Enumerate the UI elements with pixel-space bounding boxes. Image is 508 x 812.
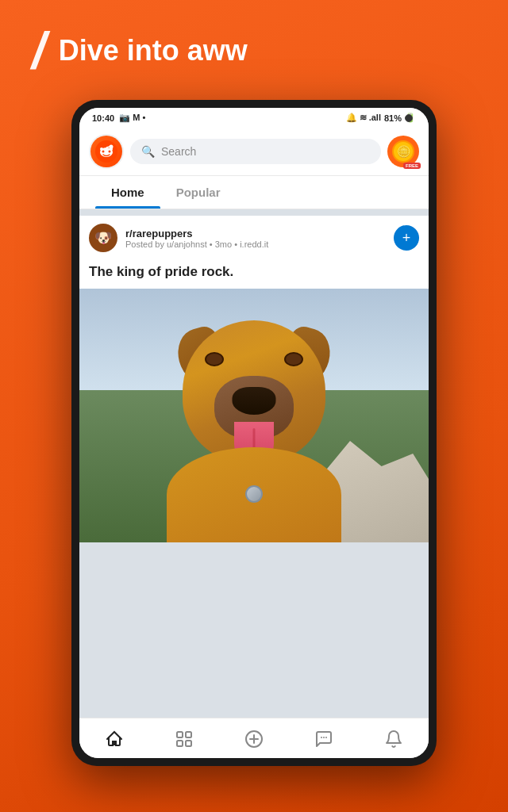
dog-body: [143, 304, 365, 542]
nav-communities[interactable]: [165, 726, 203, 752]
svg-rect-7: [112, 741, 117, 745]
dog-eye-right: [284, 352, 303, 366]
svg-point-2: [102, 151, 105, 153]
svg-rect-10: [177, 741, 183, 746]
svg-point-17: [325, 737, 327, 738]
svg-point-16: [323, 737, 325, 738]
dog-scene: [79, 289, 429, 542]
header-area: / Dive into aww: [0, 0, 508, 92]
status-time: 10:40: [92, 113, 114, 123]
top-nav: 🔍 Search 🪙 FREE: [79, 128, 429, 176]
bell-icon: [384, 730, 403, 749]
dog-nose: [233, 387, 276, 415]
communities-icon: [175, 730, 194, 749]
tab-home[interactable]: Home: [95, 176, 160, 209]
tab-popular[interactable]: Popular: [160, 176, 237, 209]
nav-home[interactable]: [95, 726, 133, 752]
status-bar: 10:40 📷 M • 🔔 ≋ .all 81% 🔋: [79, 108, 429, 128]
svg-point-3: [109, 151, 111, 153]
nav-notifications[interactable]: [375, 726, 413, 752]
coin-icon: 🪙: [392, 140, 414, 163]
header-title: Dive into aww: [59, 33, 248, 67]
bottom-nav: [79, 718, 429, 758]
nav-create[interactable]: [235, 726, 273, 752]
subreddit-name[interactable]: r/rarepuppers: [125, 228, 268, 239]
search-placeholder: Search: [161, 145, 196, 158]
dog-eye-left: [205, 352, 224, 366]
post-card: 🐶 r/rarepuppers Posted by u/anjohnst • 3…: [79, 216, 429, 542]
camera-dot: [405, 114, 413, 122]
slash-icon: /: [32, 25, 46, 76]
subreddit-avatar[interactable]: 🐶: [89, 224, 117, 252]
post-header: 🐶 r/rarepuppers Posted by u/anjohnst • 3…: [79, 216, 429, 260]
post-meta: 🐶 r/rarepuppers Posted by u/anjohnst • 3…: [89, 224, 268, 252]
post-author: Posted by u/anjohnst • 3mo • i.redd.it: [125, 239, 268, 249]
free-badge: FREE: [403, 163, 421, 169]
content-area: 🐶 r/rarepuppers Posted by u/anjohnst • 3…: [79, 209, 429, 718]
svg-point-6: [110, 147, 113, 151]
tabs-bar: Home Popular: [79, 176, 429, 209]
dog-tag: [245, 485, 263, 503]
coins-badge[interactable]: 🪙 FREE: [387, 136, 419, 167]
svg-rect-8: [177, 732, 183, 737]
device-screen: 10:40 📷 M • 🔔 ≋ .all 81% 🔋: [79, 108, 429, 758]
svg-point-5: [100, 147, 103, 151]
search-bar[interactable]: 🔍 Search: [130, 139, 381, 164]
post-title: The king of pride rock.: [79, 260, 429, 289]
svg-rect-11: [186, 741, 191, 746]
search-icon: 🔍: [141, 145, 155, 158]
status-icons-left: 📷 M •: [119, 113, 145, 123]
create-icon: [244, 730, 264, 749]
device-frame: 10:40 📷 M • 🔔 ≋ .all 81% 🔋: [71, 100, 437, 766]
home-icon: [105, 730, 124, 749]
reddit-logo[interactable]: [89, 134, 124, 169]
nav-chat[interactable]: [305, 726, 343, 752]
svg-point-15: [321, 737, 322, 738]
join-button[interactable]: +: [394, 225, 419, 251]
post-image: [79, 289, 429, 542]
chat-icon: [314, 730, 333, 749]
svg-rect-9: [186, 732, 191, 737]
status-icons-right: 🔔 ≋ .all: [346, 113, 381, 123]
battery-level: 81%: [384, 113, 402, 123]
